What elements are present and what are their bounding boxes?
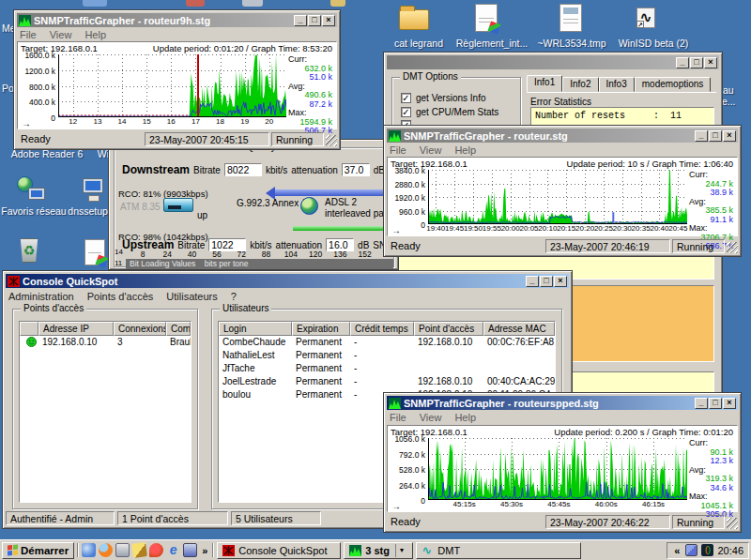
maximize-button[interactable]: □ [690, 57, 703, 68]
column-header[interactable] [20, 322, 38, 336]
table-row[interactable]: JfTachePermanent- [219, 362, 555, 375]
quicklaunch-computer-icon[interactable] [115, 543, 130, 557]
partial-desktop-icon [186, 0, 205, 7]
scroll-arrow[interactable]: → [391, 225, 401, 235]
close-button[interactable]: × [554, 276, 567, 287]
menu-help[interactable]: Help [84, 29, 106, 40]
axis-tick-label: 88 [262, 250, 270, 259]
menu-administration[interactable]: Administration [8, 291, 74, 302]
desktop-icon-label[interactable]: cat legrand [383, 38, 454, 49]
desktop-icon-wrl[interactable] [559, 4, 582, 32]
column-header[interactable]: Adresse IP [38, 322, 114, 336]
maximize-button[interactable]: □ [709, 398, 722, 409]
resize-grip[interactable] [727, 242, 738, 253]
column-header[interactable]: Commentaire [166, 322, 191, 336]
checkbox-icon[interactable]: ✓ [401, 93, 411, 103]
tray-network-icon[interactable] [685, 544, 697, 556]
menu-file[interactable]: File [390, 412, 406, 423]
start-button[interactable]: Démarrer [2, 542, 74, 559]
menu-file[interactable]: File [20, 29, 37, 40]
quicklaunch-paint-icon[interactable] [131, 542, 147, 558]
desktop-icon-recycle-bin[interactable]: ♻ [19, 238, 39, 263]
checkbox-icon[interactable]: ✓ [401, 107, 411, 117]
menu-file[interactable]: File [390, 144, 406, 156]
quicklaunch-firefox-icon[interactable] [99, 543, 113, 557]
close-button[interactable]: × [723, 130, 736, 142]
column-header[interactable]: Login [219, 322, 292, 336]
quicklaunch-overflow-chevron[interactable]: » [200, 545, 209, 556]
desktop-icon-favoris-reseau[interactable] [17, 176, 51, 204]
x-tick-label: 15 [143, 117, 151, 126]
desktop-icon-document[interactable] [84, 239, 105, 265]
scroll-arrow[interactable]: → [391, 501, 401, 511]
y-tick-label: 2880.0 k [394, 180, 425, 189]
column-header[interactable]: Connexions [114, 322, 166, 336]
table-header-row: Login Expiration Crédit temps Point d'ac… [219, 322, 555, 336]
downstream-attenuation-field[interactable]: 37.0 [342, 163, 370, 176]
window-titlebar[interactable]: SNMPTrafficGrapher - routeur.stg _ □ × [387, 129, 738, 143]
menu-view[interactable]: View [50, 29, 72, 40]
x-tick-label: 20:40 [650, 224, 668, 233]
window-titlebar[interactable]: SNMPTrafficGrapher - routeurspped.stg _ … [387, 396, 738, 410]
taskbar-button-stg-group[interactable]: 3 stg ▾ [344, 542, 413, 559]
minimize-button[interactable]: _ [676, 57, 689, 68]
downstream-bitrate-field[interactable]: 8022 [224, 163, 262, 176]
points-acces-table: Adresse IP Connexions Commentaire 192.16… [19, 321, 192, 503]
menu-view[interactable]: View [420, 144, 442, 156]
scroll-arrow[interactable]: → [22, 118, 31, 129]
desktop-icon-label[interactable]: WinISD beta (2) [608, 38, 698, 49]
taskbar-button-dmt[interactable]: ∿ DMT [416, 542, 581, 559]
taskbar-button-console[interactable]: Console QuickSpot [217, 542, 341, 559]
column-header[interactable]: Crédit temps [350, 322, 414, 336]
close-button[interactable]: × [704, 57, 717, 68]
desktop-icon-winisd[interactable]: ∿ ↗ [636, 8, 655, 28]
tray-app-icon[interactable]: () [701, 544, 713, 556]
window-titlebar[interactable]: SNMPTrafficGrapher - routeur9h.stg _ □ × [17, 13, 337, 27]
tab-info2[interactable]: Info2 [562, 77, 598, 92]
menu-view[interactable]: View [420, 412, 442, 423]
column-header[interactable]: Adresse MAC [483, 322, 555, 336]
menu-points-acces[interactable]: Points d'accès [87, 291, 154, 302]
menu-help[interactable]: Help [454, 144, 476, 156]
snmp-grapher-icon [349, 545, 361, 556]
minimize-button[interactable]: _ [695, 398, 708, 409]
table-row[interactable]: CombeChaudePermanent-192.168.0.1000:0C:7… [219, 336, 555, 349]
tab-info3[interactable]: Info3 [599, 77, 635, 92]
tray-overflow-chevron[interactable]: « [672, 545, 682, 556]
checkbox-get-cpumem[interactable]: ✓ get CPU/Mem Stats [401, 107, 498, 117]
desktop-icon-dnssetup[interactable] [81, 176, 109, 204]
checkbox-get-versions[interactable]: ✓ get Versions Info [401, 93, 486, 103]
column-header[interactable]: Point d'accès [414, 322, 483, 336]
desktop-icon-reglement[interactable] [475, 4, 498, 32]
menu-help[interactable]: Help [454, 412, 476, 423]
maximize-button[interactable]: □ [540, 276, 553, 287]
close-button[interactable]: × [322, 15, 335, 26]
quicklaunch-red-app-icon[interactable] [149, 543, 163, 557]
maximize-button[interactable]: □ [709, 130, 722, 142]
window-titlebar[interactable]: Console QuickSpot _ □ × [6, 274, 569, 288]
resize-grip[interactable] [727, 518, 738, 529]
desktop-icon-cat-legrand[interactable] [399, 9, 429, 30]
window-titlebar[interactable]: _ □ × [387, 55, 719, 69]
group-dropdown-arrow[interactable]: ▾ [395, 544, 404, 557]
table-row[interactable]: JoelLestradePermanent-192.168.0.1000:40:… [219, 375, 555, 388]
maximize-button[interactable]: □ [308, 15, 321, 26]
menu-utilisateurs[interactable]: Utilisateurs [166, 291, 217, 302]
minimize-button[interactable]: _ [526, 276, 539, 287]
menu-help[interactable]: ? [231, 291, 237, 302]
close-button[interactable]: × [723, 398, 736, 409]
tab-modemoptions[interactable]: modemoptions [635, 77, 712, 92]
quicklaunch-document-icon[interactable] [183, 543, 197, 557]
desktop-icon-label[interactable]: ~WRL3534.tmp [533, 38, 610, 49]
column-header[interactable]: Expiration [292, 322, 350, 336]
desktop-icon-label[interactable]: Règlement_int... [449, 38, 535, 49]
table-row[interactable]: 192.168.0.10 3 Braulen Haut ... [20, 336, 191, 349]
table-row[interactable]: NathalieLestPermanent- [219, 349, 555, 362]
minimize-button[interactable]: _ [695, 130, 708, 142]
quicklaunch-mail-icon[interactable] [82, 543, 96, 557]
downstream-label: Downstream [122, 163, 190, 176]
resize-grip[interactable] [326, 135, 337, 146]
quicklaunch-ie-icon[interactable]: e [166, 543, 180, 557]
minimize-button[interactable]: _ [294, 15, 307, 26]
tab-info1[interactable]: Info1 [527, 75, 562, 92]
